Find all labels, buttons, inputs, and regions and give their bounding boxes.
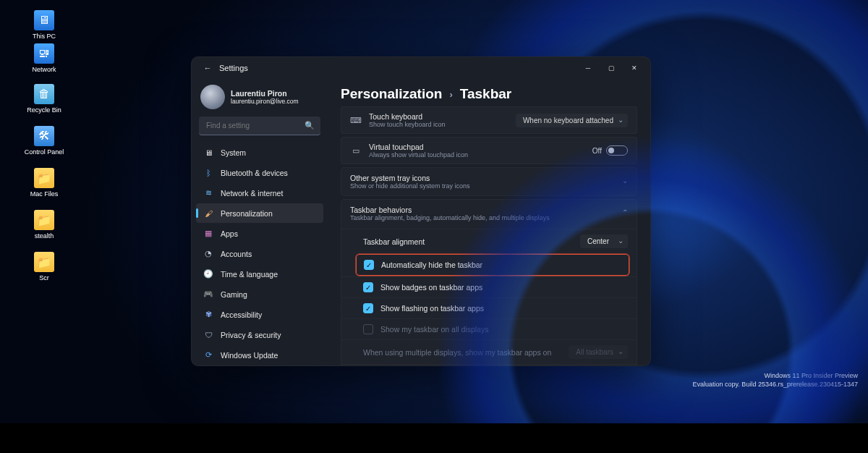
user-account-row[interactable]: Laurentiu Piron laurentiu.piron@live.com xyxy=(196,79,323,117)
folder-icon: 📁 xyxy=(34,252,54,272)
nav-apps[interactable]: ▦Apps xyxy=(196,224,323,243)
shield-icon: 🛡 xyxy=(203,330,213,340)
desktop-icon-label: Network xyxy=(19,66,69,73)
apps-icon: ▦ xyxy=(203,229,213,239)
nav-privacy[interactable]: 🛡Privacy & security xyxy=(196,325,323,344)
nav-windows-update[interactable]: ⟳Windows Update xyxy=(196,345,323,365)
titlebar: ← Settings ─ ▢ ✕ xyxy=(192,57,650,79)
settings-scroll[interactable]: ⌨ Touch keyboard Show touch keyboard ico… xyxy=(328,106,650,365)
avatar xyxy=(200,85,225,109)
close-button[interactable]: ✕ xyxy=(623,57,646,79)
setting-all-displays: Show my taskbar on all displays xyxy=(341,318,637,339)
content: Personalization › Taskbar ⌨ Touch keyboa… xyxy=(328,79,650,365)
keyboard-icon: ⌨ xyxy=(350,116,362,125)
setting-touch-keyboard[interactable]: ⌨ Touch keyboard Show touch keyboard ico… xyxy=(341,106,637,134)
breadcrumb-parent[interactable]: Personalization xyxy=(341,86,442,102)
folder-icon: 📁 xyxy=(34,210,54,230)
user-email: laurentiu.piron@live.com xyxy=(231,98,299,105)
desktop-icon-label: Recycle Bin xyxy=(19,106,69,114)
taskbar-alignment-dropdown[interactable]: Center xyxy=(580,234,628,248)
badges-checkbox[interactable]: ✓ xyxy=(363,282,373,292)
folder-icon: 📁 xyxy=(34,168,54,188)
nav-personalization[interactable]: 🖌Personalization xyxy=(196,203,323,223)
setting-show-flashing[interactable]: ✓ Show flashing on taskbar apps xyxy=(341,297,637,318)
flashing-checkbox[interactable]: ✓ xyxy=(363,303,373,313)
expander-head-taskbar-behaviors[interactable]: Taskbar behaviors Taskbar alignment, bad… xyxy=(341,200,637,227)
system-icon: 🖥 xyxy=(203,148,213,158)
breadcrumb-current: Taskbar xyxy=(460,86,511,102)
desktop-icon-label: stealth xyxy=(19,232,69,240)
expander-head-other-tray-icons[interactable]: Other system tray icons Show or hide add… xyxy=(341,168,637,195)
desktop-icon-control-panel[interactable]: 🛠 Control Panel xyxy=(19,126,69,156)
chevron-right-icon: › xyxy=(449,89,452,100)
expander-taskbar-behaviors: Taskbar behaviors Taskbar alignment, bad… xyxy=(341,199,637,365)
nav-network[interactable]: ≋Network & internet xyxy=(196,183,323,203)
desktop-icon-label: Control Panel xyxy=(19,148,69,156)
search-icon: 🔍 xyxy=(305,121,315,130)
desktop-icon-label: This PC xyxy=(19,33,69,40)
chevron-up-icon: ⌃ xyxy=(622,208,628,216)
setting-auto-hide-taskbar[interactable]: ✓ Automatically hide the taskbar xyxy=(356,254,629,276)
setting-taskbar-alignment: Taskbar alignment Center xyxy=(341,229,637,253)
pc-icon: 🖥 xyxy=(34,10,54,30)
maximize-button[interactable]: ▢ xyxy=(600,57,623,79)
nav-time-language[interactable]: 🕘Time & language xyxy=(196,264,323,284)
nav-accounts[interactable]: ◔Accounts xyxy=(196,244,323,263)
nav-accessibility[interactable]: ✾Accessibility xyxy=(196,305,323,324)
setting-share-window[interactable]: ✓ Share any window from my taskbar xyxy=(341,364,637,365)
back-button[interactable]: ← xyxy=(196,64,219,72)
multi-display-dropdown: All taskbars xyxy=(569,345,628,359)
desktop-icon-mac-files[interactable]: 📁 Mac Files xyxy=(19,168,69,198)
window-title: Settings xyxy=(219,64,248,72)
nav-bluetooth[interactable]: ᛒBluetooth & devices xyxy=(196,163,323,182)
search-input[interactable] xyxy=(199,117,320,135)
update-icon: ⟳ xyxy=(203,350,213,360)
setting-multi-display-apps: When using multiple displays, show my ta… xyxy=(341,339,637,364)
user-name: Laurentiu Piron xyxy=(231,89,299,98)
sidebar: Laurentiu Piron laurentiu.piron@live.com… xyxy=(192,79,328,365)
setting-show-badges[interactable]: ✓ Show badges on taskbar apps xyxy=(341,276,637,297)
desktop-icon-network[interactable]: 🖳 Network xyxy=(19,43,69,73)
windows-watermark: Windows 11 Pro Insider Preview Evaluatio… xyxy=(693,371,859,389)
desktop-icon-scr[interactable]: 📁 Scr xyxy=(19,252,69,281)
brush-icon: 🖌 xyxy=(203,208,213,219)
setting-virtual-touchpad[interactable]: ▭ Virtual touchpad Always show virtual t… xyxy=(341,137,637,164)
network-icon: 🖳 xyxy=(34,43,54,64)
desktop-icon-this-pc[interactable]: 🖥 This PC xyxy=(19,10,69,40)
bluetooth-icon: ᛒ xyxy=(203,168,213,178)
all-displays-checkbox xyxy=(363,324,373,334)
virtual-touchpad-toggle[interactable] xyxy=(606,145,628,156)
minimize-button[interactable]: ─ xyxy=(576,57,600,79)
desktop-icon-stealth[interactable]: 📁 stealth xyxy=(19,210,69,240)
accessibility-icon: ✾ xyxy=(203,310,213,320)
accounts-icon: ◔ xyxy=(203,249,213,259)
nav-system[interactable]: 🖥System xyxy=(196,143,323,162)
settings-window: ← Settings ─ ▢ ✕ Laurentiu Piron laurent… xyxy=(191,56,651,366)
nav-gaming[interactable]: 🎮Gaming xyxy=(196,284,323,304)
expander-other-tray-icons: Other system tray icons Show or hide add… xyxy=(341,167,637,196)
search-box: 🔍 xyxy=(199,117,320,135)
desktop-icon-recycle-bin[interactable]: 🗑 Recycle Bin xyxy=(19,84,69,114)
desktop: 🖥 This PC 🖳 Network 🗑 Recycle Bin 🛠 Cont… xyxy=(0,0,868,423)
touch-keyboard-dropdown[interactable]: When no keyboard attached xyxy=(516,114,628,127)
recycle-bin-icon: 🗑 xyxy=(34,84,54,104)
nav: 🖥System ᛒBluetooth & devices ≋Network & … xyxy=(196,143,323,365)
touchpad-icon: ▭ xyxy=(350,146,362,156)
wifi-icon: ≋ xyxy=(203,188,213,198)
control-panel-icon: 🛠 xyxy=(34,126,54,146)
gaming-icon: 🎮 xyxy=(203,289,213,300)
breadcrumb: Personalization › Taskbar xyxy=(328,79,650,106)
desktop-icon-label: Scr xyxy=(19,274,69,281)
image-border-bottom xyxy=(0,423,868,453)
chevron-down-icon: ⌄ xyxy=(622,177,628,185)
clock-icon: 🕘 xyxy=(203,269,213,279)
desktop-icon-label: Mac Files xyxy=(19,190,69,198)
auto-hide-checkbox[interactable]: ✓ xyxy=(364,260,374,270)
